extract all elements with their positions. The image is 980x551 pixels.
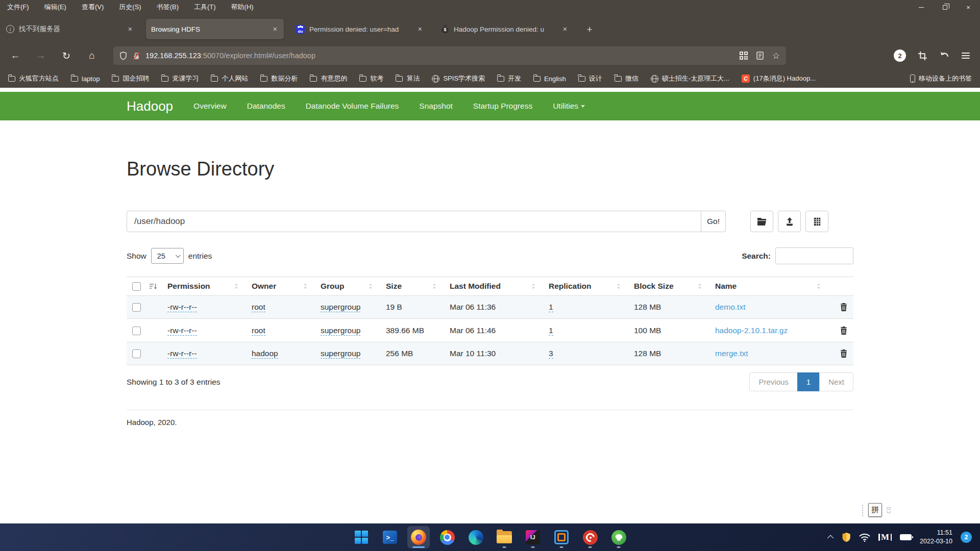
permission-value[interactable]: -rw-r--r-- (167, 326, 197, 336)
restore-session-icon[interactable] (939, 51, 950, 60)
set-quota-button[interactable] (805, 211, 828, 232)
pagination-previous[interactable]: Previous (749, 372, 797, 391)
tab-server-not-found[interactable]: i 找不到服务器 × (1, 19, 139, 39)
bookmark-item[interactable]: 硕士招生-太原理工大... (651, 74, 729, 83)
replication-value[interactable]: 1 (549, 303, 553, 312)
close-button[interactable]: × (957, 0, 980, 14)
create-directory-button[interactable] (750, 211, 773, 232)
column-header-last-modified[interactable]: Last Modified (450, 277, 549, 296)
chrome-icon[interactable] (436, 526, 458, 548)
reload-icon[interactable]: ↻ (58, 47, 75, 64)
bookmark-item[interactable]: 国企招聘 (112, 74, 149, 83)
menu-history[interactable]: 历史(S) (119, 3, 141, 12)
back-icon[interactable]: ← (7, 47, 23, 64)
nav-overview[interactable]: Overview (193, 102, 227, 111)
bookmark-item[interactable]: 数据分析 (260, 74, 298, 83)
owner-value[interactable]: root (252, 303, 265, 312)
new-tab-button[interactable]: + (581, 21, 598, 38)
url-text[interactable]: 192.168.255.123:50070/explorer.html#/use… (145, 52, 734, 60)
green-bird-app-icon[interactable] (607, 526, 630, 548)
file-link[interactable]: hadoop-2.10.1.tar.gz (715, 326, 788, 335)
bookmark-item[interactable]: 算法 (396, 74, 420, 83)
bookmark-item-csdn[interactable]: C(17条消息) Hadoop... (742, 74, 816, 83)
intellij-idea-icon[interactable]: IJ (522, 526, 544, 548)
row-checkbox[interactable] (132, 349, 141, 358)
bookmark-item[interactable]: 个人网站 (211, 74, 248, 83)
search-input[interactable] (775, 247, 853, 264)
firefox-icon[interactable] (407, 526, 430, 548)
screenshot-crop-icon[interactable] (918, 51, 927, 61)
input-method-icon[interactable]: M (878, 532, 892, 542)
bookmark-item[interactable]: 设计 (578, 74, 602, 83)
group-value[interactable]: supergroup (321, 349, 360, 359)
bookmark-mobile-devices[interactable]: 移动设备上的书签 (910, 74, 972, 83)
wifi-icon[interactable] (859, 533, 870, 542)
bookmark-item[interactable]: 开发 (497, 74, 521, 83)
ime-drag-handle[interactable] (862, 504, 864, 516)
menu-file[interactable]: 文件(F) (7, 3, 29, 12)
nav-datanode-volume-failures[interactable]: Datanode Volume Failures (306, 102, 399, 111)
nav-startup-progress[interactable]: Startup Progress (473, 102, 532, 111)
tab-close-icon[interactable]: × (127, 25, 134, 33)
permission-value[interactable]: -rw-r--r-- (167, 349, 197, 359)
group-value[interactable]: supergroup (321, 303, 360, 312)
column-header-owner[interactable]: Owner (252, 277, 321, 296)
bookmark-item[interactable]: 微信 (615, 74, 639, 83)
row-checkbox[interactable] (132, 327, 141, 335)
bookmark-item[interactable]: 有意思的 (310, 74, 347, 83)
replication-value[interactable]: 3 (549, 349, 553, 359)
red-spiral-app-icon[interactable] (579, 526, 601, 548)
menu-bookmarks[interactable]: 书签(B) (157, 3, 179, 12)
upload-file-button[interactable] (778, 211, 801, 232)
tab-permission-denied-baidu[interactable]: du Permission denied: user=had × (291, 19, 429, 39)
owner-value[interactable]: hadoop (252, 349, 278, 359)
battery-icon[interactable] (900, 534, 912, 540)
group-value[interactable]: supergroup (321, 326, 360, 336)
forward-icon[interactable]: → (33, 47, 49, 64)
replication-value[interactable]: 1 (549, 326, 553, 336)
pagination-page-1[interactable]: 1 (797, 372, 820, 391)
bookmark-item[interactable]: SPIS学术搜索 (432, 74, 485, 83)
tab-close-icon[interactable]: × (272, 25, 279, 33)
reader-mode-icon[interactable] (756, 52, 764, 60)
hadoop-brand[interactable]: Hadoop (127, 98, 173, 114)
tab-browsing-hdfs[interactable]: Browsing HDFS × (146, 19, 284, 39)
file-link[interactable]: merge.txt (715, 349, 748, 358)
owner-value[interactable]: root (252, 326, 265, 336)
delete-file-button[interactable] (834, 303, 853, 311)
column-header-size[interactable]: Size (386, 277, 450, 296)
column-header-name[interactable]: Name (715, 277, 834, 296)
menu-tools[interactable]: 工具(T) (194, 3, 216, 12)
menu-view[interactable]: 查看(V) (82, 3, 104, 12)
security-shield-icon[interactable] (842, 532, 851, 542)
file-link[interactable]: demo.txt (715, 303, 745, 311)
column-header-replication[interactable]: Replication (549, 277, 634, 296)
tab-close-icon[interactable]: × (416, 25, 424, 33)
delete-file-button[interactable] (834, 349, 853, 358)
file-explorer-icon[interactable] (493, 526, 516, 548)
home-icon[interactable]: ⌂ (84, 47, 100, 64)
menu-edit[interactable]: 编辑(E) (44, 3, 66, 12)
row-checkbox[interactable] (132, 303, 141, 312)
go-button[interactable]: Go! (701, 211, 726, 232)
sort-amount-icon[interactable] (150, 283, 157, 290)
column-header-block-size[interactable]: Block Size (634, 277, 715, 296)
tab-hadoop-permission-denied[interactable]: $ Hadoop Permission denied: u × (436, 19, 574, 39)
pagination-next[interactable]: Next (819, 372, 853, 391)
nav-utilities[interactable]: Utilities (553, 102, 585, 111)
column-header-permission[interactable]: Permission (167, 277, 252, 296)
bookmark-item[interactable]: laptop (71, 75, 100, 83)
qr-code-icon[interactable] (740, 52, 748, 60)
nav-snapshot[interactable]: Snapshot (419, 102, 453, 111)
page-size-select[interactable]: 25 (151, 248, 184, 264)
bookmark-item[interactable]: 党课学习 (161, 74, 199, 83)
app-menu-icon[interactable] (962, 53, 970, 59)
restore-button[interactable] (933, 0, 957, 14)
bookmark-item[interactable]: 软考 (359, 74, 383, 83)
powershell-icon[interactable]: >_ (379, 526, 401, 548)
notification-badge[interactable]: 2 (961, 532, 972, 543)
extension-badge-icon[interactable]: 2 (894, 49, 906, 62)
bookmark-item[interactable]: English (533, 75, 566, 83)
column-header-group[interactable]: Group (321, 277, 386, 296)
address-bar[interactable]: 192.168.255.123:50070/explorer.html#/use… (113, 46, 786, 65)
